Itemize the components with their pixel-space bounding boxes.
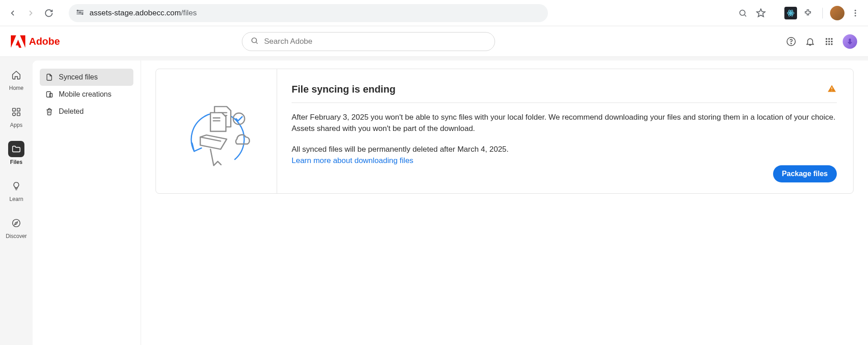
home-icon xyxy=(11,70,21,80)
svg-point-25 xyxy=(13,113,15,116)
folder-icon xyxy=(11,144,21,154)
svg-rect-18 xyxy=(828,41,830,42)
address-bar[interactable]: assets-stage.adobecc.com/files xyxy=(69,4,548,22)
rail-label: Files xyxy=(10,159,22,165)
svg-point-27 xyxy=(13,219,20,227)
svg-point-8 xyxy=(854,9,856,11)
rail-label: Apps xyxy=(10,122,22,128)
warning-icon xyxy=(827,84,837,95)
svg-point-11 xyxy=(252,38,257,43)
learn-more-link[interactable]: Learn more about downloading files xyxy=(292,156,413,165)
help-icon[interactable] xyxy=(786,36,797,47)
forward-button[interactable] xyxy=(24,6,38,20)
rail-label: Discover xyxy=(6,233,27,239)
react-devtools-extension-icon[interactable] xyxy=(784,7,797,19)
svg-rect-21 xyxy=(828,43,830,45)
svg-rect-28 xyxy=(47,92,51,97)
site-settings-icon[interactable] xyxy=(76,8,84,18)
rail-item-apps[interactable]: Apps xyxy=(8,104,24,128)
svg-rect-20 xyxy=(826,43,827,45)
notice-paragraph-1: After February 3, 2025 you won't be able… xyxy=(292,112,837,134)
search-icon xyxy=(250,37,259,47)
sub-nav: Synced files Mobile creations Deleted xyxy=(33,61,141,345)
rail-label: Learn xyxy=(9,196,24,202)
rail-item-discover[interactable]: Discover xyxy=(6,215,27,239)
svg-point-13 xyxy=(791,43,791,43)
notice-paragraph-2: All synced files will be permanently del… xyxy=(292,144,837,155)
reload-button[interactable] xyxy=(42,6,56,20)
rail-item-home[interactable]: Home xyxy=(8,67,24,91)
browser-menu-icon[interactable] xyxy=(848,6,863,20)
svg-point-10 xyxy=(854,15,856,16)
lightbulb-icon xyxy=(11,181,21,191)
browser-toolbar: assets-stage.adobecc.com/files xyxy=(0,0,868,26)
sub-item-synced-files[interactable]: Synced files xyxy=(40,69,133,86)
adobe-mark-icon xyxy=(11,35,25,48)
svg-rect-26 xyxy=(17,113,20,116)
notifications-icon[interactable] xyxy=(805,36,816,47)
rail-label: Home xyxy=(9,85,24,91)
svg-point-3 xyxy=(740,10,745,15)
search-input[interactable] xyxy=(264,37,486,46)
browser-profile-avatar[interactable] xyxy=(830,6,844,20)
apps-icon xyxy=(11,107,21,117)
svg-rect-16 xyxy=(831,38,832,39)
left-rail: Home Apps Files Learn Discover xyxy=(0,57,33,345)
main-content: File syncing is ending After February 3,… xyxy=(141,61,868,345)
notice-card: File syncing is ending After February 3,… xyxy=(156,69,854,194)
url-text: assets-stage.adobecc.com/files xyxy=(90,9,197,18)
sub-item-deleted[interactable]: Deleted xyxy=(40,103,133,120)
package-files-button[interactable]: Package files xyxy=(773,165,837,182)
rail-item-learn[interactable]: Learn xyxy=(8,178,24,202)
app-switcher-icon[interactable] xyxy=(824,36,835,47)
notice-title: File syncing is ending xyxy=(292,84,396,95)
sub-item-label: Deleted xyxy=(59,107,84,116)
svg-rect-19 xyxy=(831,41,832,42)
bookmark-icon[interactable] xyxy=(754,6,768,20)
svg-point-4 xyxy=(790,12,792,14)
user-avatar[interactable] xyxy=(843,34,857,49)
sub-item-mobile-creations[interactable]: Mobile creations xyxy=(40,86,133,103)
divider xyxy=(822,8,823,19)
compass-icon xyxy=(11,218,21,228)
svg-rect-22 xyxy=(831,43,832,45)
sub-item-label: Mobile creations xyxy=(59,90,112,98)
svg-rect-14 xyxy=(826,38,827,39)
app-header: Adobe xyxy=(0,26,868,57)
search-box[interactable] xyxy=(242,32,495,51)
svg-point-9 xyxy=(854,12,856,14)
svg-rect-15 xyxy=(828,38,830,39)
sub-item-label: Synced files xyxy=(59,73,98,81)
brand-text: Adobe xyxy=(29,36,60,47)
file-icon xyxy=(45,73,53,81)
adobe-logo[interactable]: Adobe xyxy=(11,35,60,48)
svg-rect-29 xyxy=(50,93,52,97)
rail-item-files[interactable]: Files xyxy=(8,141,24,165)
extensions-icon[interactable] xyxy=(801,6,815,20)
svg-rect-17 xyxy=(826,41,827,42)
svg-rect-24 xyxy=(17,108,20,111)
trash-icon xyxy=(45,107,53,116)
devices-icon xyxy=(45,90,53,98)
zoom-icon[interactable] xyxy=(736,6,750,20)
svg-rect-23 xyxy=(13,108,15,111)
back-button[interactable] xyxy=(5,6,20,20)
notice-illustration xyxy=(156,69,277,193)
